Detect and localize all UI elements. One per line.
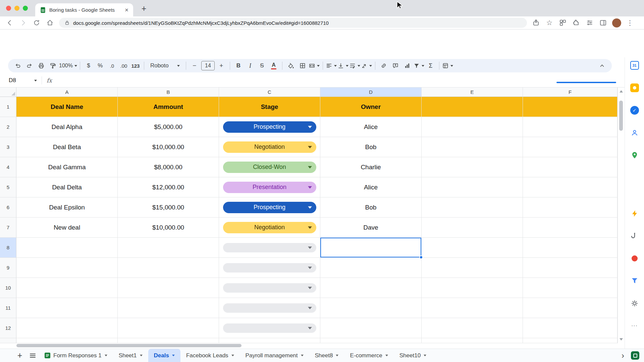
side-panel-toggle-icon[interactable] [631,351,639,360]
cell[interactable] [523,278,618,298]
addon-hook-icon[interactable] [630,232,639,240]
cell[interactable] [118,298,219,318]
cell[interactable] [422,218,523,238]
print-button[interactable] [36,60,47,71]
functions-button[interactable]: Σ [425,60,436,71]
undo-button[interactable] [12,60,23,71]
cell-c7[interactable]: Negotiation [219,218,320,238]
cell-b8[interactable] [118,238,219,258]
cell[interactable] [523,338,618,343]
fill-handle[interactable] [419,255,423,259]
font-select[interactable]: Roboto [147,60,183,71]
window-minimize-button[interactable] [14,6,19,11]
stage-dropdown-chip[interactable]: Prospecting [223,202,316,213]
cell-c8[interactable] [219,238,320,258]
cell-b3[interactable]: $10,000.00 [118,137,219,157]
cell[interactable] [320,338,422,343]
horizontal-scrollbar[interactable] [16,344,618,348]
insert-link-button[interactable] [378,60,389,71]
url-box[interactable]: docs.google.com/spreadsheets/d/1NEyGSoBK… [59,18,527,28]
increase-font-size-button[interactable]: + [216,60,227,71]
cell-c6[interactable]: Prospecting [219,197,320,218]
selected-cell-d8[interactable] [320,238,422,258]
cell-a8[interactable] [16,238,118,258]
cell-c11[interactable] [219,298,320,318]
create-filter-button[interactable] [413,60,425,71]
cell-f1[interactable] [523,97,618,117]
empty-stage-dropdown[interactable] [223,303,316,313]
row-header-10[interactable]: 10 [0,278,16,298]
cell-b4[interactable]: $8,000.00 [118,157,219,177]
decrease-decimal-button[interactable]: .0 [106,60,118,71]
row-header-1[interactable]: 1 [0,97,16,117]
sheet-tab-form-responses-1[interactable]: Form Responses 1 [39,349,113,362]
all-sheets-icon[interactable] [26,349,39,362]
cell-c4[interactable]: Closed-Won [219,157,320,177]
row-header-13[interactable] [0,338,16,343]
filters-icon[interactable] [583,17,596,28]
cell-c1[interactable]: Stage [219,97,320,117]
merge-cells-button[interactable] [309,60,320,71]
maps-icon[interactable] [630,151,639,160]
row-header-9[interactable]: 9 [0,258,16,278]
cell[interactable] [422,318,523,338]
row-header-7[interactable]: 7 [0,218,16,238]
sheet-tab-payroll-management[interactable]: Payroll management [240,349,309,362]
contacts-icon[interactable] [630,128,639,137]
forward-icon[interactable] [17,17,30,28]
cell[interactable] [523,177,618,197]
insert-comment-button[interactable] [390,60,401,71]
sheet-tab-ecommerce[interactable]: E-commerce [344,349,393,362]
cell[interactable] [422,117,523,137]
stage-dropdown-chip[interactable]: Prospecting [223,121,316,133]
increase-decimal-button[interactable]: .00 [118,60,129,71]
row-header-8[interactable]: 8 [0,238,16,258]
name-box[interactable]: D8 [0,77,37,84]
empty-stage-dropdown[interactable] [223,283,316,293]
cell-d4[interactable]: Charlie [320,157,422,177]
empty-stage-dropdown[interactable] [223,263,316,273]
browser-tab[interactable]: Boring tasks - Google Sheets × [35,3,133,16]
vertical-scrollbar[interactable] [618,87,625,343]
row-header-3[interactable]: 3 [0,137,16,157]
cell-a1[interactable]: Deal Name [16,97,118,117]
cell[interactable] [16,298,118,318]
tasks-icon[interactable]: ✓ [630,106,639,115]
cell[interactable] [523,318,618,338]
cell-d1[interactable]: Owner [320,97,422,117]
cell[interactable] [422,298,523,318]
cell[interactable] [523,238,618,258]
site-lock-icon[interactable] [64,20,70,25]
tab-close-icon[interactable]: × [125,7,128,13]
column-header-b[interactable]: B [118,87,219,97]
cell-a5[interactable]: Deal Delta [16,177,118,197]
sheet-tab-sheet1[interactable]: Sheet1 [113,349,148,362]
text-rotation-button[interactable] [361,60,372,71]
cell-a3[interactable]: Deal Beta [16,137,118,157]
cell[interactable] [118,278,219,298]
cell-c3[interactable]: Negotiation [219,137,320,157]
cell[interactable] [16,338,118,343]
cell[interactable] [16,278,118,298]
cell-a6[interactable]: Deal Epsilon [16,197,118,218]
window-zoom-button[interactable] [23,6,28,11]
paint-format-button[interactable] [47,60,59,71]
cell[interactable] [523,218,618,238]
zoom-select[interactable]: 100% [59,60,77,71]
addon-funnel-icon[interactable] [630,277,639,285]
column-header-a[interactable]: A [16,87,118,97]
borders-button[interactable] [297,60,308,71]
keep-icon[interactable] [630,83,639,92]
cell[interactable] [422,258,523,278]
window-close-button[interactable] [6,6,11,11]
cell-c10[interactable] [219,278,320,298]
cell[interactable] [422,278,523,298]
column-header-c[interactable]: C [219,87,320,97]
sheet-tab-sheet10[interactable]: Sheet10 [394,349,432,362]
addon-circle-icon[interactable] [630,254,639,263]
bookmark-star-icon[interactable]: ☆ [543,17,556,28]
text-color-button[interactable]: A [268,60,279,71]
scroll-up-icon[interactable] [620,90,623,93]
row-header-6[interactable]: 6 [0,197,16,218]
cell-a2[interactable]: Deal Alpha [16,117,118,137]
